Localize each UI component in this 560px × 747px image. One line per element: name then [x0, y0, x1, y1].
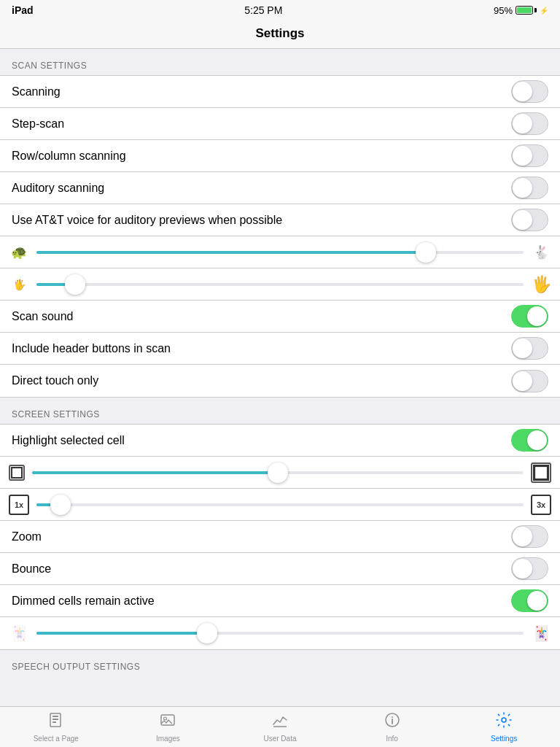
status-time: 5:25 PM: [244, 4, 282, 16]
direct-touch-track[interactable]: [511, 370, 548, 392]
dimmed-cells-toggle[interactable]: [511, 589, 548, 612]
scanning-label: Scanning: [12, 85, 61, 98]
svg-point-12: [502, 718, 506, 722]
scanning-row: Scanning: [0, 76, 560, 108]
highlight-cell-track[interactable]: [511, 429, 548, 452]
direct-touch-toggle[interactable]: [511, 370, 548, 392]
user-data-icon: [271, 711, 289, 733]
speed-slider-row: 🐢 🐇: [0, 236, 560, 268]
highlight-cell-toggle[interactable]: [511, 429, 548, 452]
scan-sound-toggle[interactable]: [511, 305, 548, 328]
status-bar: iPad 5:25 PM 95% ⚡: [0, 0, 560, 20]
zoom-3x-icon: 3x: [531, 495, 551, 515]
status-carrier: iPad: [12, 4, 34, 16]
scan-settings-group: Scanning Step-scan Row/column scanning: [0, 75, 560, 398]
scan-sound-track[interactable]: [511, 305, 548, 328]
att-voice-label: Use AT&T voice for auditory previews whe…: [12, 214, 282, 227]
turtle-icon: 🐢: [9, 244, 29, 260]
bounce-toggle[interactable]: [511, 557, 548, 580]
include-header-thumb: [513, 338, 532, 358]
include-header-track[interactable]: [511, 337, 548, 360]
border-size-slider-row: [0, 457, 560, 489]
tab-select-page[interactable]: Select a Page: [0, 707, 112, 747]
auditory-toggle[interactable]: [511, 177, 548, 199]
bounce-label: Bounce: [12, 562, 51, 576]
size-slider-row: 🖐 🖐: [0, 268, 560, 301]
att-voice-row: Use AT&T voice for auditory previews whe…: [0, 204, 560, 236]
scan-sound-label: Scan sound: [12, 310, 74, 323]
opacity-slider-track[interactable]: [36, 632, 524, 635]
charging-bolt: ⚡: [540, 7, 548, 15]
auditory-label: Auditory scanning: [12, 182, 104, 195]
tab-images[interactable]: Images: [112, 707, 225, 747]
zoom-toggle[interactable]: [511, 525, 548, 548]
tab-user-data[interactable]: User Data: [224, 707, 336, 747]
att-voice-track[interactable]: [511, 209, 548, 231]
speech-output-settings-header: SPEECH OUTPUT SETTINGS: [0, 650, 560, 676]
tab-settings[interactable]: Settings: [448, 707, 560, 747]
auditory-thumb: [513, 178, 532, 198]
tab-user-data-label: User Data: [263, 735, 296, 743]
border-large-svg: [533, 465, 549, 481]
att-voice-toggle[interactable]: [511, 209, 548, 231]
svg-rect-6: [161, 715, 174, 725]
opacity-slider-thumb[interactable]: [197, 623, 217, 643]
speed-slider-thumb[interactable]: [416, 242, 436, 263]
zoom-slider-track[interactable]: [36, 503, 524, 506]
svg-rect-1: [534, 465, 548, 479]
svg-rect-5: [52, 721, 56, 723]
border-small-svg: [11, 467, 23, 479]
rabbit-icon: 🐇: [531, 244, 551, 260]
row-column-thumb: [513, 146, 532, 166]
screen-settings-group: Highlight selected cell: [0, 424, 560, 650]
step-scan-thumb: [513, 114, 532, 133]
settings-icon: [495, 711, 513, 733]
zoom-label: Zoom: [12, 530, 42, 543]
row-column-toggle[interactable]: [511, 144, 548, 167]
tab-select-page-label: Select a Page: [34, 735, 79, 743]
tab-settings-label: Settings: [491, 735, 517, 743]
zoom-slider-thumb[interactable]: [50, 495, 71, 515]
border-slider-track[interactable]: [32, 471, 524, 474]
scan-settings-header: SCAN SETTINGS: [0, 49, 560, 75]
dimmed-cells-label: Dimmed cells remain active: [12, 595, 155, 608]
size-slider-track[interactable]: [36, 283, 524, 286]
info-icon: [384, 711, 401, 733]
highlight-cell-row: Highlight selected cell: [0, 425, 560, 457]
dimmed-cells-track[interactable]: [511, 589, 548, 612]
bounce-thumb: [513, 559, 532, 578]
include-header-row: Include header buttons in scan: [0, 333, 560, 365]
svg-rect-0: [12, 468, 22, 478]
border-small-icon: [9, 465, 25, 481]
svg-point-11: [392, 716, 393, 718]
status-right-group: 95% ⚡: [494, 5, 548, 16]
dimmed-cells-thumb: [527, 591, 547, 611]
speed-slider-fill: [36, 251, 426, 254]
direct-touch-thumb: [513, 371, 532, 391]
zoom-1x-icon: 1x: [9, 495, 29, 515]
tab-info[interactable]: Info: [336, 707, 448, 747]
size-slider-thumb[interactable]: [65, 274, 85, 295]
include-header-toggle[interactable]: [511, 337, 548, 360]
step-scan-label: Step-scan: [12, 117, 64, 131]
scanning-toggle[interactable]: [511, 80, 548, 103]
opacity-slider-row: 🃏 🃏: [0, 617, 560, 649]
auditory-row: Auditory scanning: [0, 172, 560, 204]
row-column-label: Row/column scanning: [12, 150, 126, 163]
zoom-track[interactable]: [511, 525, 548, 548]
tab-bar: Select a Page Images User Data: [0, 706, 560, 747]
opacity-slider-fill: [36, 632, 207, 635]
bounce-track[interactable]: [511, 557, 548, 580]
auditory-track[interactable]: [511, 177, 548, 199]
page-title: Settings: [255, 26, 304, 40]
step-scan-toggle[interactable]: [511, 112, 548, 135]
scanning-track[interactable]: [511, 80, 548, 103]
highlight-cell-thumb: [527, 430, 547, 450]
step-scan-track[interactable]: [511, 112, 548, 135]
speed-slider-track[interactable]: [36, 251, 524, 254]
svg-rect-3: [52, 716, 58, 717]
direct-touch-row: Direct touch only: [0, 365, 560, 397]
row-column-track[interactable]: [511, 144, 548, 167]
border-slider-thumb[interactable]: [268, 462, 288, 483]
navigation-bar: Settings: [0, 20, 560, 49]
